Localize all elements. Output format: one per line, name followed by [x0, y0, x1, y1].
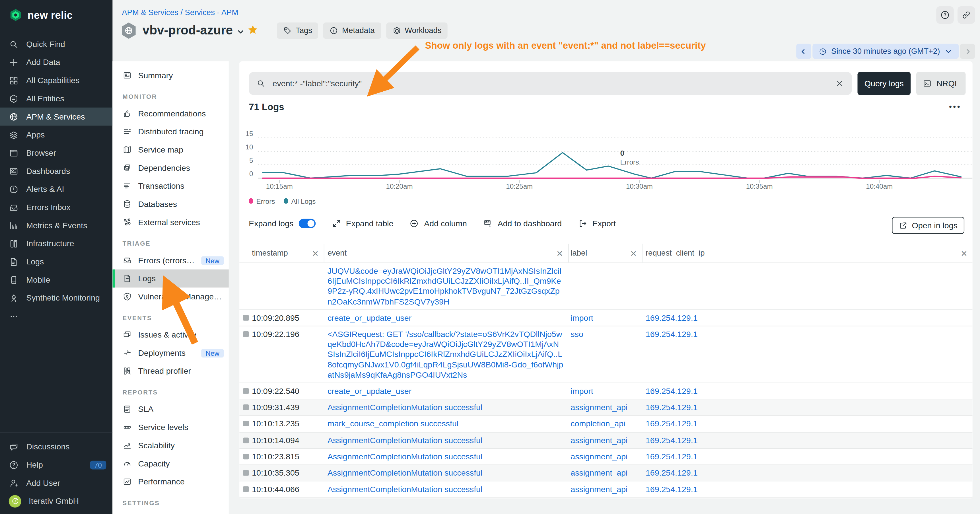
- nrql-button[interactable]: NRQL: [916, 72, 966, 95]
- sidebar-item-apm-services[interactable]: APM & Services: [0, 108, 112, 126]
- query-logs-button[interactable]: Query logs: [858, 72, 910, 95]
- sidebar-item-errors-inbox[interactable]: Errors Inbox: [0, 198, 112, 216]
- metadata-button[interactable]: Metadata: [323, 22, 381, 39]
- log-table-row[interactable]: 10:10:13.235mark_course_completion succe…: [239, 416, 972, 433]
- sidebar-item-quick-find[interactable]: Quick Find: [0, 35, 112, 53]
- sidebar-item-synthetic-monitoring[interactable]: Synthetic Monitoring: [0, 289, 112, 307]
- help-button[interactable]: [936, 6, 954, 24]
- tags-button[interactable]: Tags: [277, 22, 318, 39]
- log-request-client-ip-link[interactable]: 169.254.129.1: [643, 310, 973, 326]
- log-request-client-ip-link[interactable]: 169.254.129.1: [643, 399, 973, 415]
- log-request-client-ip-link[interactable]: 169.254.129.1: [643, 416, 973, 432]
- sidebar-item-add-data[interactable]: Add Data: [0, 53, 112, 72]
- log-event-link[interactable]: mark_course_completion successful: [325, 498, 569, 499]
- row-checkbox[interactable]: [243, 421, 249, 426]
- chevron-down-icon[interactable]: [237, 28, 245, 35]
- log-request-client-ip-link[interactable]: [643, 263, 973, 309]
- copy-link-button[interactable]: [958, 6, 975, 24]
- log-table-row[interactable]: JUQVU&code=eyJraWQiOiJjcGltY29yZV8wOTI1M…: [239, 263, 972, 310]
- sidebar-item-alerts-ai[interactable]: Alerts & AI: [0, 180, 112, 198]
- logs-search-input[interactable]: [271, 78, 829, 89]
- workloads-button[interactable]: Workloads: [386, 22, 448, 39]
- log-event-link[interactable]: AssignmentCompletionMutation successful: [325, 432, 569, 448]
- sidebar-item-apps[interactable]: Apps: [0, 126, 112, 144]
- row-checkbox[interactable]: [243, 315, 249, 321]
- log-request-client-ip-link[interactable]: 169.254.129.1: [643, 465, 973, 481]
- sidebar-item-browser[interactable]: Browser: [0, 144, 112, 162]
- time-range-button[interactable]: Since 30 minutes ago (GMT+2): [812, 44, 959, 59]
- log-event-link[interactable]: AssignmentCompletionMutation successful: [325, 465, 569, 481]
- log-label-link[interactable]: import: [569, 310, 643, 326]
- subnav-item-summary[interactable]: Summary: [112, 66, 229, 84]
- subnav-item-service-levels[interactable]: Service levels: [112, 418, 229, 436]
- log-event-link[interactable]: JUQVU&code=eyJraWQiOiJjcGltY29yZV8wOTI1M…: [325, 263, 569, 309]
- sidebar-item-dashboards[interactable]: Dashboards: [0, 162, 112, 180]
- log-label-link[interactable]: completion_api: [569, 416, 643, 432]
- time-forward-button[interactable]: [960, 44, 975, 59]
- log-table-row[interactable]: 10:09:20.895create_or_update_userimport1…: [239, 310, 972, 326]
- remove-column-icon[interactable]: ✕: [630, 248, 637, 258]
- sidebar-item-mobile[interactable]: Mobile: [0, 271, 112, 289]
- log-request-client-ip-link[interactable]: 169.254.129.1: [643, 432, 973, 448]
- subnav-item-databases[interactable]: Databases: [112, 195, 229, 213]
- row-checkbox[interactable]: [243, 470, 249, 476]
- sidebar-item-help[interactable]: Help70: [0, 456, 112, 474]
- column-header-timestamp[interactable]: timestamp✕: [239, 244, 325, 263]
- log-table-row[interactable]: 10:10:14.094AssignmentCompletionMutation…: [239, 432, 972, 449]
- log-event-link[interactable]: AssignmentCompletionMutation successful: [325, 399, 569, 415]
- log-event-link[interactable]: AssignmentCompletionMutation successful: [325, 482, 569, 497]
- remove-column-icon[interactable]: ✕: [556, 248, 563, 258]
- log-label-link[interactable]: sso: [569, 326, 643, 383]
- log-table-row[interactable]: 10:10:23.815AssignmentCompletionMutation…: [239, 449, 972, 465]
- add-column-button[interactable]: Add column: [410, 219, 467, 228]
- subnav-item-recommendations[interactable]: Recommendations: [112, 105, 229, 123]
- log-table-row[interactable]: 10:10:44.066AssignmentCompletionMutation…: [239, 482, 972, 498]
- subnav-item-capacity[interactable]: Capacity: [112, 455, 229, 473]
- subnav-item-sla[interactable]: SLA: [112, 400, 229, 419]
- sidebar-item-all-entities[interactable]: All Entities: [0, 89, 112, 108]
- subnav-item-dependencies[interactable]: Dependencies: [112, 159, 229, 177]
- log-event-link[interactable]: create_or_update_user: [325, 383, 569, 399]
- more-menu-button[interactable]: •••: [949, 105, 961, 109]
- open-in-logs-button[interactable]: Open in logs: [892, 217, 964, 234]
- log-request-client-ip-link[interactable]: 169.254.129.1: [643, 498, 973, 499]
- subnav-item-transactions[interactable]: Transactions: [112, 177, 229, 195]
- sidebar-item-add-user[interactable]: Add User: [0, 474, 112, 492]
- log-event-link[interactable]: <ASGIRequest: GET '/sso/callback/?state=…: [325, 326, 569, 383]
- subnav-item-external-services[interactable]: External services: [112, 213, 229, 231]
- breadcrumb-services-apm[interactable]: Services - APM: [185, 8, 239, 17]
- log-request-client-ip-link[interactable]: 169.254.129.1: [643, 383, 973, 399]
- row-checkbox[interactable]: [243, 405, 249, 411]
- sidebar-item-all-capabilities[interactable]: All Capabilities: [0, 71, 112, 89]
- log-label-link[interactable]: assignment_api: [569, 449, 643, 465]
- subnav-item-errors-errors-inb[interactable]: Errors (errors inb...New: [112, 251, 229, 269]
- log-table-row[interactable]: 10:09:22.196<ASGIRequest: GET '/sso/call…: [239, 326, 972, 384]
- log-event-link[interactable]: create_or_update_user: [325, 310, 569, 326]
- favorite-star-icon[interactable]: [248, 24, 258, 35]
- row-checkbox[interactable]: [243, 438, 249, 443]
- log-label-link[interactable]: assignment_api: [569, 399, 643, 415]
- log-label-link[interactable]: assignment_api: [569, 432, 643, 448]
- subnav-item-issues-activity[interactable]: Issues & activity: [112, 326, 229, 344]
- sidebar-item-item[interactable]: [0, 307, 112, 325]
- entity-name[interactable]: vbv-prod-azure: [143, 23, 233, 38]
- log-request-client-ip-link[interactable]: 169.254.129.1: [643, 449, 973, 465]
- sidebar-item-logs[interactable]: Logs: [0, 253, 112, 271]
- export-button[interactable]: Export: [578, 219, 616, 228]
- row-checkbox[interactable]: [243, 486, 249, 492]
- remove-column-icon[interactable]: ✕: [312, 248, 319, 258]
- column-header-event[interactable]: event✕: [325, 244, 569, 263]
- log-label-link[interactable]: import: [569, 383, 643, 399]
- log-table-row[interactable]: 10:09:31.439AssignmentCompletionMutation…: [239, 399, 972, 416]
- log-request-client-ip-link[interactable]: 169.254.129.1: [643, 326, 973, 383]
- legend-item-errors[interactable]: Errors: [249, 197, 275, 205]
- subnav-item-logs[interactable]: Logs: [112, 269, 229, 288]
- subnav-item-thread-profiler[interactable]: Thread profiler: [112, 362, 229, 380]
- subnav-item-vulnerability-management[interactable]: Vulnerability Management: [112, 288, 229, 306]
- log-table-row[interactable]: 10:10:49.051mark_course_completion succe…: [239, 498, 972, 499]
- subnav-item-distributed-tracing[interactable]: Distributed tracing: [112, 123, 229, 141]
- column-header-request-client-ip[interactable]: request_client_ip✕: [643, 244, 973, 263]
- log-table-row[interactable]: 10:09:22.540create_or_update_userimport1…: [239, 383, 972, 399]
- log-label-link[interactable]: assignment_api: [569, 465, 643, 481]
- subnav-item-deployments[interactable]: DeploymentsNew: [112, 344, 229, 362]
